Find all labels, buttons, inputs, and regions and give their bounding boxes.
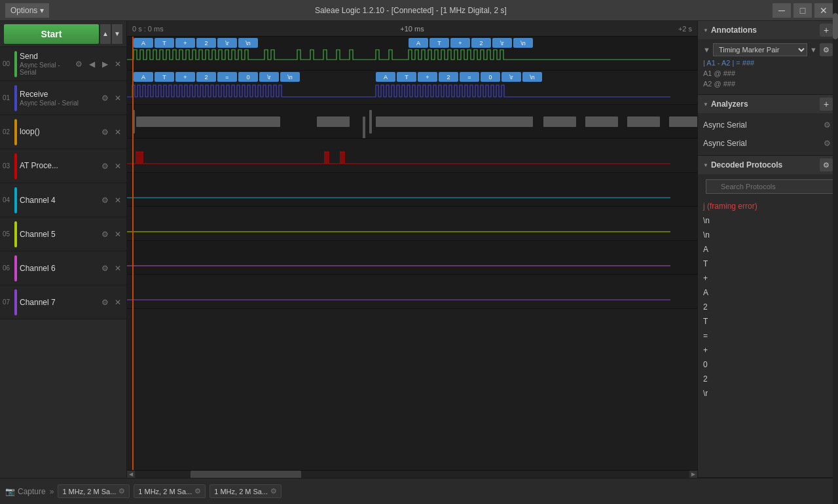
ruler-mid: +10 ms xyxy=(400,25,424,33)
analyzers-header: ▼ Analyzers + xyxy=(698,95,838,113)
svg-rect-59 xyxy=(363,117,365,139)
scroll-right-button[interactable]: ▶ xyxy=(689,471,697,478)
start-button[interactable]: Start xyxy=(4,24,99,44)
annotation-selector-row: ▼ Timing Marker Pair ▼ ⚙ xyxy=(703,43,833,56)
protocol-item[interactable]: 2 xyxy=(698,300,838,314)
capture-button[interactable]: 📷 Capture xyxy=(5,487,46,496)
marker-settings-icon: ▼ xyxy=(810,46,817,54)
horizontal-scrollbar[interactable]: ◀ ▶ xyxy=(127,470,697,478)
protocol-item[interactable]: A xyxy=(698,242,838,257)
session-tab-2[interactable]: 1 MHz, 2 M Sa... ⚙ xyxy=(134,484,206,498)
protocol-item[interactable]: \n xyxy=(698,213,838,228)
channel-close-button[interactable]: ✕ xyxy=(112,92,124,104)
protocol-item[interactable]: T xyxy=(698,314,838,329)
options-button[interactable]: Options ▾ xyxy=(5,3,49,18)
channel-info: Channel 5 xyxy=(20,230,99,239)
collapse-icon: ▼ xyxy=(703,101,708,107)
maximize-button[interactable]: □ xyxy=(793,3,812,18)
close-button[interactable]: ✕ xyxy=(814,3,833,18)
marker-settings-button[interactable]: ⚙ xyxy=(820,43,833,56)
waveform-ch07 xyxy=(127,275,697,309)
channel-gear-button[interactable]: ⚙ xyxy=(99,262,111,274)
session-label: 1 MHz, 2 M Sa... xyxy=(214,488,268,495)
channel-row-03: 03 AT Proce... ⚙ ✕ xyxy=(0,149,126,183)
scrollbar-thumb[interactable] xyxy=(833,21,838,39)
protocol-item[interactable]: \r xyxy=(698,386,838,401)
channel-number: 04 xyxy=(3,196,14,204)
a2-row: A2 @ ### xyxy=(703,80,833,88)
analyzers-add-button[interactable]: + xyxy=(820,98,833,111)
analyzer-gear-button[interactable]: ⚙ xyxy=(821,119,833,131)
protocol-item[interactable]: j (framing error) xyxy=(698,199,838,213)
decoded-settings-button[interactable]: ⚙ xyxy=(820,158,833,171)
analyzer-gear-button[interactable]: ⚙ xyxy=(821,137,833,149)
svg-rect-61 xyxy=(376,117,533,127)
channel-sub: Async Serial - Serial xyxy=(20,99,99,107)
session-settings-icon[interactable]: ⚙ xyxy=(270,487,277,495)
channel-gear-button[interactable]: ⚙ xyxy=(99,92,111,104)
svg-text:T: T xyxy=(162,74,166,81)
waveform-area[interactable]: 0 s : 0 ms +10 ms +2 s A T + 2 xyxy=(127,21,697,478)
waveforms-container[interactable]: A T + 2 \r \n A T + xyxy=(127,37,697,470)
channel-gear-button[interactable]: ⚙ xyxy=(99,160,111,172)
marker-icon: ▼ xyxy=(703,46,710,54)
start-arrow-down[interactable]: ▼ xyxy=(112,24,122,44)
channel-close-button[interactable]: ✕ xyxy=(112,228,124,240)
time-ruler: 0 s : 0 ms +10 ms +2 s xyxy=(127,21,697,37)
channel-close-button[interactable]: ✕ xyxy=(112,194,124,206)
channel-name: Send xyxy=(20,52,73,61)
start-arrow-up[interactable]: ▲ xyxy=(100,24,111,44)
channel-prev-button[interactable]: ◀ xyxy=(86,58,98,70)
channel-next-button[interactable]: ▶ xyxy=(99,58,111,70)
channel-gear-button[interactable]: ⚙ xyxy=(99,126,111,138)
channel-close-button[interactable]: ✕ xyxy=(112,297,124,308)
channel-close-button[interactable]: ✕ xyxy=(112,262,124,274)
session-tab-1[interactable]: 1 MHz, 2 M Sa... ⚙ xyxy=(58,484,130,498)
channel-info: Channel 6 xyxy=(20,264,99,273)
channel-gear-button[interactable]: ⚙ xyxy=(99,194,111,206)
collapse-icon: ▼ xyxy=(703,27,708,33)
waveform-ch06 xyxy=(127,241,697,275)
session-tab-3[interactable]: 1 MHz, 2 M Sa... ⚙ xyxy=(210,484,282,498)
scroll-thumb[interactable] xyxy=(191,471,301,478)
svg-text:2: 2 xyxy=(204,74,208,81)
right-scrollbar[interactable] xyxy=(833,21,838,478)
timing-marker-selector[interactable]: Timing Marker Pair xyxy=(713,43,807,56)
protocol-item[interactable]: + xyxy=(698,343,838,357)
analyzer-name: Async Serial xyxy=(703,120,818,130)
channel-gear-button[interactable]: ⚙ xyxy=(99,297,111,308)
svg-text:2: 2 xyxy=(204,40,208,46)
svg-rect-62 xyxy=(543,117,576,127)
search-protocols-input[interactable] xyxy=(706,179,838,194)
scroll-track[interactable] xyxy=(135,471,689,478)
protocol-item[interactable]: = xyxy=(698,329,838,343)
channel-close-button[interactable]: ✕ xyxy=(112,160,124,172)
titlebar-title: Saleae Logic 1.2.10 - [Connected] - [1 M… xyxy=(49,6,773,15)
session-settings-icon[interactable]: ⚙ xyxy=(118,487,125,495)
protocol-item[interactable]: + xyxy=(698,271,838,285)
protocol-item[interactable]: 0 xyxy=(698,357,838,372)
channel-close-button[interactable]: ✕ xyxy=(112,58,124,70)
expand-arrow[interactable]: » xyxy=(50,487,54,496)
analyzers-section: ▼ Analyzers + Async Serial ⚙ Async Seria… xyxy=(698,95,838,156)
protocol-item[interactable]: \n xyxy=(698,228,838,242)
session-label: 1 MHz, 2 M Sa... xyxy=(62,488,116,495)
analyzer-name: Async Serial xyxy=(703,139,818,148)
protocol-item[interactable]: 2 xyxy=(698,372,838,386)
session-settings-icon[interactable]: ⚙ xyxy=(194,487,201,495)
decoded-protocols-title: Decoded Protocols xyxy=(711,160,817,170)
channel-gear-button[interactable]: ⚙ xyxy=(73,58,84,70)
waveform-ch03 xyxy=(127,139,697,173)
main-area: Start ▲ ▼ 00 Send Async Serial - Serial … xyxy=(0,21,838,478)
channel-gear-button[interactable]: ⚙ xyxy=(99,228,111,240)
protocol-item[interactable]: A xyxy=(698,285,838,300)
svg-text:\r: \r xyxy=(267,74,271,81)
analyzer-item: Async Serial ⚙ xyxy=(698,134,838,153)
minimize-button[interactable]: ─ xyxy=(773,3,791,18)
channel-color-indicator xyxy=(14,255,17,281)
channel-close-button[interactable]: ✕ xyxy=(112,126,124,138)
scroll-left-button[interactable]: ◀ xyxy=(127,471,135,478)
annotations-add-button[interactable]: + xyxy=(820,24,833,37)
protocol-item[interactable]: T xyxy=(698,257,838,271)
channel-controls: ⚙ ✕ xyxy=(99,297,124,308)
